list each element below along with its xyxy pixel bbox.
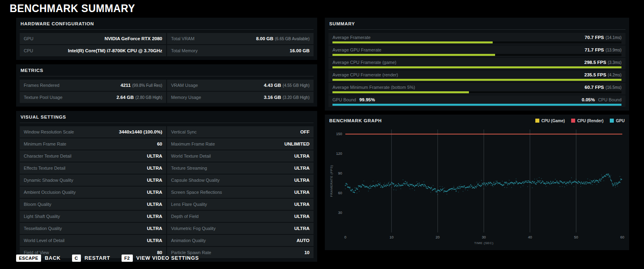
summary-value: 298.5 FPS(3.3ms) bbox=[584, 60, 621, 65]
visual-cell: Vertical SyncOFF bbox=[167, 126, 314, 138]
setting-label: Animation Quality bbox=[171, 238, 206, 243]
cpu-bound-right: 0.05%CPU Bound bbox=[582, 97, 621, 102]
left-column: HARDWARE CONFIGURATION GPUNVIDIA GeForce… bbox=[16, 18, 317, 262]
visual-row: Effects Texture DetailULTRATexture Strea… bbox=[20, 162, 314, 174]
benchmark-graph-title: BENCHMARK GRAPH bbox=[329, 118, 382, 123]
visual-cell: Bloom QualityULTRA bbox=[20, 199, 166, 210]
setting-label: Light Shaft Quality bbox=[24, 214, 60, 219]
cpu-bound-value: 0.05% bbox=[582, 97, 595, 102]
setting-label: Memory Usage bbox=[171, 95, 201, 100]
setting-label: Total Memory bbox=[171, 48, 198, 53]
visual-row: Minimum Frame Rate60Maximum Frame RateUN… bbox=[20, 138, 314, 150]
setting-label: Volumetric Fog Quality bbox=[171, 226, 216, 231]
setting-label: Capsule Shadow Quality bbox=[171, 178, 219, 183]
setting-value: 3440x1440 (100.0%) bbox=[119, 129, 162, 134]
setting-label: VRAM Usage bbox=[171, 83, 198, 88]
visual-cell: Minimum Frame Rate60 bbox=[20, 138, 166, 150]
hardware-row: GPUNVIDIA GeForce RTX 2080Total VRAM8.00… bbox=[20, 33, 314, 44]
metrics-header: METRICS bbox=[20, 64, 314, 76]
hotkey-view-video-settings[interactable]: F2VIEW VIDEO SETTINGS bbox=[122, 255, 199, 262]
summary-ms: (4.2ms) bbox=[608, 73, 621, 77]
metrics-cell: Memory Usage3.16 GB(3.20 GB High) bbox=[167, 92, 314, 103]
hotkey-back[interactable]: ESCAPEBACK bbox=[16, 255, 61, 262]
benchmark-graph-panel: BENCHMARK GRAPH CPU (Game)CPU (Render)GP… bbox=[325, 115, 629, 250]
visual-cell: Capsule Shadow QualityULTRA bbox=[167, 175, 314, 186]
visual-cell: Dynamic Shadow QualityULTRA bbox=[20, 175, 166, 186]
metrics-rows: Frames Rendered4211(99.8% Full Res)VRAM … bbox=[20, 80, 314, 103]
summary-row-top: Average GPU Framerate71.7 FPS(13.9ms) bbox=[332, 47, 621, 52]
summary-header: SUMMARY bbox=[328, 18, 625, 30]
benchmark-graph-svg: 3060901201500102030405060TIME (SEC)FRAME… bbox=[328, 125, 625, 248]
visual-row: Light Shaft QualityULTRADepth of FieldUL… bbox=[20, 211, 314, 222]
setting-value: ULTRA bbox=[147, 226, 162, 231]
setting-value: 2.64 GB(2.80 GB High) bbox=[116, 95, 162, 100]
setting-label: Maximum Frame Rate bbox=[171, 142, 215, 146]
hardware-cell: Total VRAM8.00 GB(6.65 GB Available) bbox=[167, 33, 314, 44]
setting-label: Minimum Frame Rate bbox=[24, 142, 66, 146]
setting-label: Tessellation Quality bbox=[24, 226, 62, 231]
legend-item-cpu-game-: CPU (Game) bbox=[535, 119, 565, 123]
summary-row: Average Minimum Framerate (bottom 5%)60.… bbox=[328, 83, 625, 94]
setting-value: ULTRA bbox=[147, 214, 162, 219]
summary-row-top: Average Minimum Framerate (bottom 5%)60.… bbox=[332, 84, 621, 90]
setting-value: ULTRA bbox=[294, 166, 310, 170]
summary-row-top: Average CPU Framerate (game)298.5 FPS(3.… bbox=[332, 60, 621, 65]
hardware-cell: Total Memory16.00 GB bbox=[167, 45, 314, 56]
svg-text:30: 30 bbox=[338, 211, 342, 215]
visual-settings-rows: Window Resolution Scale3440x1440 (100.0%… bbox=[20, 126, 314, 258]
setting-value: 8.00 GB(6.65 GB Available) bbox=[256, 36, 310, 41]
svg-text:40: 40 bbox=[528, 235, 532, 239]
metrics-cell: Frames Rendered4211(99.8% Full Res) bbox=[20, 80, 166, 91]
visual-row: Character Texture DetailULTRAWorld Textu… bbox=[20, 150, 314, 162]
keycap-back[interactable]: ESCAPE bbox=[16, 255, 41, 262]
svg-text:60: 60 bbox=[620, 235, 624, 239]
gpu-bound-left: GPU Bound99.95% bbox=[332, 97, 375, 102]
setting-label: Depth of Field bbox=[171, 214, 198, 219]
gpu-swatch bbox=[610, 119, 614, 123]
metrics-cell: VRAM Usage4.43 GB(4.55 GB High) bbox=[167, 80, 314, 91]
setting-label: Effects Texture Detail bbox=[24, 166, 66, 170]
keycap-restart[interactable]: C bbox=[72, 255, 81, 262]
svg-text:10: 10 bbox=[390, 235, 394, 239]
setting-label: CPU bbox=[24, 48, 33, 53]
setting-value: UNLIMITED bbox=[284, 142, 310, 146]
gpu-bound-row-top: GPU Bound99.95%0.05%CPU Bound bbox=[332, 97, 621, 102]
visual-cell: Character Texture DetailULTRA bbox=[20, 150, 166, 162]
framerate-bar-fill bbox=[332, 54, 495, 56]
visual-cell: Light Shaft QualityULTRA bbox=[20, 211, 166, 222]
hotkey-label-view-video-settings: VIEW VIDEO SETTINGS bbox=[136, 255, 199, 261]
bound-bar bbox=[332, 104, 621, 106]
setting-value: ULTRA bbox=[147, 178, 162, 183]
keycap-view-video-settings[interactable]: F2 bbox=[122, 255, 133, 262]
setting-value: ULTRA bbox=[147, 154, 162, 158]
setting-value: NVIDIA GeForce RTX 2080 bbox=[105, 36, 162, 41]
hardware-row: CPUIntel(R) Core(TM) i7-8700K CPU @ 3.70… bbox=[20, 45, 314, 56]
setting-label: Ambient Occlusion Quality bbox=[24, 190, 76, 195]
summary-row-top: Average CPU Framerate (render)235.5 FPS(… bbox=[332, 72, 621, 77]
summary-ms: (16.5ms) bbox=[606, 85, 621, 90]
hotkey-label-restart: RESTART bbox=[85, 255, 110, 261]
setting-value: ULTRA bbox=[294, 202, 310, 207]
setting-value: ULTRA bbox=[294, 154, 310, 158]
graph-header-row: BENCHMARK GRAPH CPU (Game)CPU (Render)GP… bbox=[328, 115, 625, 125]
setting-value: ULTRA bbox=[294, 190, 310, 195]
metrics-panel: METRICS Frames Rendered4211(99.8% Full R… bbox=[16, 64, 317, 107]
summary-rows: Average Framerate70.7 FPS(14.1ms)Average… bbox=[328, 33, 625, 107]
framerate-bar bbox=[332, 41, 621, 43]
hardware-configuration-panel: HARDWARE CONFIGURATION GPUNVIDIA GeForce… bbox=[16, 18, 317, 60]
setting-label: Character Texture Detail bbox=[24, 154, 71, 158]
setting-note: (2.80 GB High) bbox=[135, 95, 162, 100]
hardware-configuration-header: HARDWARE CONFIGURATION bbox=[20, 18, 314, 30]
setting-label: Lens Flare Quality bbox=[171, 202, 207, 207]
visual-cell: Depth of FieldULTRA bbox=[167, 211, 314, 222]
framerate-bar-fill bbox=[332, 91, 469, 93]
page-title: BENCHMARK SUMMARY bbox=[10, 2, 135, 15]
summary-ms: (13.9ms) bbox=[606, 48, 621, 52]
setting-label: Frames Rendered bbox=[24, 83, 60, 88]
visual-settings-panel: VISUAL SETTINGS Window Resolution Scale3… bbox=[16, 111, 317, 262]
hotkey-restart[interactable]: CRESTART bbox=[72, 255, 110, 262]
setting-label: Texture Streaming bbox=[171, 166, 207, 170]
setting-value: ULTRA bbox=[294, 226, 310, 231]
gpu-bound-label: GPU Bound bbox=[332, 97, 356, 102]
svg-text:50: 50 bbox=[574, 235, 578, 239]
